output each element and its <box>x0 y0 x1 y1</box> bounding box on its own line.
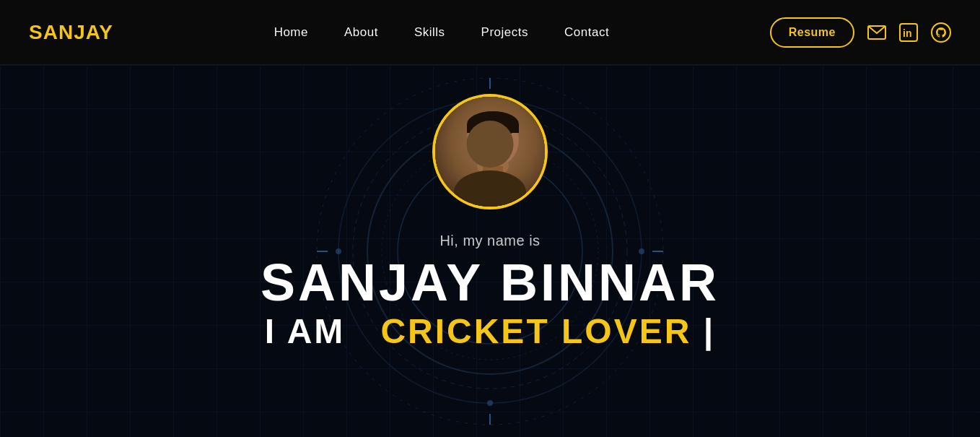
tagline-highlight: CRICKET LOVER <box>380 312 691 350</box>
svg-point-15 <box>487 400 493 406</box>
github-icon[interactable] <box>931 22 951 43</box>
nav-right: Resume in <box>770 17 951 48</box>
nav-link-contact[interactable]: Contact <box>564 25 609 39</box>
svg-rect-23 <box>468 137 487 149</box>
nav-item-about[interactable]: About <box>344 25 378 40</box>
email-icon[interactable] <box>867 25 886 40</box>
site-logo[interactable]: SANJAY <box>29 21 113 44</box>
nav-item-contact[interactable]: Contact <box>564 25 609 40</box>
avatar-container <box>432 94 548 209</box>
svg-point-3 <box>932 23 950 42</box>
navbar: SANJAY Home About Skills Projects Contac… <box>0 0 980 65</box>
nav-link-skills[interactable]: Skills <box>414 25 445 39</box>
svg-rect-24 <box>491 137 510 149</box>
svg-text:in: in <box>903 27 911 39</box>
resume-button[interactable]: Resume <box>770 17 854 48</box>
nav-link-projects[interactable]: Projects <box>481 25 528 39</box>
hero-section: Hi, my name is SANJAY BINNAR I AM CRICKE… <box>0 65 980 437</box>
svg-rect-22 <box>467 124 519 133</box>
svg-point-31 <box>457 180 529 207</box>
svg-point-29 <box>477 156 509 176</box>
avatar-face <box>435 97 545 207</box>
logo-prefix: SAN <box>29 21 74 43</box>
nav-link-home[interactable]: Home <box>274 25 308 39</box>
nav-item-home[interactable]: Home <box>274 25 308 40</box>
svg-rect-30 <box>483 166 503 184</box>
linkedin-icon[interactable]: in <box>899 23 918 42</box>
logo-suffix: JAY <box>74 21 113 43</box>
nav-links: Home About Skills Projects Contact <box>274 25 609 40</box>
hero-tagline: I AM CRICKET LOVER | <box>265 314 715 349</box>
hero-name: SANJAY BINNAR <box>261 256 719 308</box>
svg-point-26 <box>489 148 496 158</box>
nav-item-skills[interactable]: Skills <box>414 25 445 40</box>
tagline-prefix: I AM <box>265 312 346 350</box>
greeting-text: Hi, my name is <box>439 233 540 249</box>
nav-item-projects[interactable]: Projects <box>481 25 528 40</box>
svg-rect-27 <box>481 157 504 162</box>
nav-link-about[interactable]: About <box>344 25 378 39</box>
avatar <box>432 94 548 209</box>
